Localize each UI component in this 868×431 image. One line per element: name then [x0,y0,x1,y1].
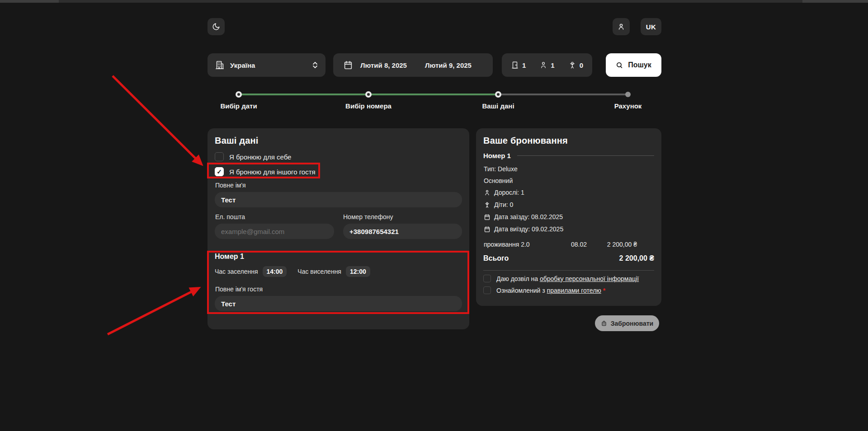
adult-icon [539,61,547,69]
stepper-step-invoice[interactable]: Рахунок [614,102,642,110]
door-icon [511,61,519,69]
child-icon [568,61,576,69]
book-button-label: Забронювати [611,320,653,327]
summary-checkin-row: Дата заїзду: 08.02.2025 [484,213,563,220]
summary-room-type: Тип: Deluxe [484,165,518,173]
children-counter[interactable]: 0 [568,61,583,69]
guest-name-input[interactable] [215,296,462,311]
rooms-counter[interactable]: 1 [511,61,526,69]
hotel-rules-link[interactable]: правилами готелю [547,287,601,294]
total-price: 2 200,00 ₴ [619,254,654,262]
checkbox-label: Я бронюю для себе [229,153,291,161]
line-item-date: 08.02 [571,241,587,248]
summary-room-header: Номер 1 [483,152,654,159]
consent-rules-checkbox[interactable]: Ознайомлений з правилами готелю * [483,286,605,294]
phone-label: Номер телефону [343,213,393,220]
location-select-value: Україна [230,61,255,69]
checkbox-box-checked[interactable]: ✓ [215,167,224,176]
theme-toggle-button[interactable] [208,18,225,35]
checkbox-booking-for-self[interactable]: Я бронюю для себе [215,152,291,161]
email-label: Ел. пошта [215,213,245,220]
annotation-arrow-to-checkbox [113,76,196,159]
date-start[interactable]: Лютий 8, 2025 [360,61,407,69]
search-button-label: Пошук [628,61,651,69]
summary-line-item: проживання 2.0 08.02 2 200,00 ₴ [484,241,654,248]
moon-icon [212,23,220,31]
summary-children: Діти: 0 [494,201,513,208]
checkbox-box[interactable] [483,275,491,282]
guest-form-panel: Ваші дані Я бронюю для себе ✓ Я бронюю д… [208,128,469,329]
chevron-updown-icon [312,61,318,69]
location-select[interactable]: Україна [208,53,326,77]
header-rule [517,155,654,156]
search-icon [616,61,623,69]
line-item-price: 2 200,00 ₴ [607,241,637,248]
stepper-dot-1[interactable] [236,91,242,98]
annotation-arrow-to-room-section [108,291,192,334]
checkbox-box[interactable] [483,286,491,294]
checkbox-box[interactable] [215,152,224,161]
stepper-dot-4[interactable] [625,92,631,97]
account-button[interactable] [613,18,630,35]
email-input[interactable] [215,224,334,239]
checkin-time-badge: 14:00 [263,266,287,277]
room-section-title: Номер 1 [215,253,244,261]
required-asterisk: * [603,287,605,294]
stepper-dot-2[interactable] [365,91,372,98]
booking-stepper: Вибір дати Вибір номера Ваші дані Рахуно… [208,89,661,111]
adults-counter[interactable]: 1 [539,61,554,69]
building-icon [215,60,225,70]
search-button[interactable]: Пошук [606,53,661,77]
room-times-row: Час заселення 14:00 Час виселення 12:00 [215,266,370,277]
line-item-name: проживання 2.0 [484,241,530,248]
calendar-icon [484,226,491,233]
children-count: 0 [580,61,583,69]
window-top-strip [0,0,868,3]
checkbox-booking-for-other[interactable]: ✓ Я бронюю для іншого гостя [215,167,316,176]
date-end[interactable]: Лютий 9, 2025 [425,61,472,69]
stepper-step-room[interactable]: Вибір номера [345,102,392,110]
stepper-segment-done [368,94,498,95]
summary-checkin-date: Дата заїзду: 08.02.2025 [494,213,563,220]
phone-input[interactable] [343,224,462,239]
guest-form-title: Ваші дані [215,136,259,146]
summary-children-row: Діти: 0 [484,201,513,208]
booking-page: UK Україна Лютий 8, 2025 Лютий 9, 2025 1… [0,0,868,431]
summary-rate-plan: Основний [484,177,513,184]
user-icon [617,23,625,31]
consent-rules-label: Ознайомлений з правилами готелю * [496,287,605,294]
rooms-count: 1 [522,61,526,69]
checkout-time-label: Час виселення [297,268,341,275]
language-button[interactable]: UK [641,18,661,35]
guest-name-label: Повне ім'я гостя [215,286,263,293]
summary-adults-row: Дорослі: 1 [484,189,524,196]
adults-count: 1 [551,61,554,69]
summary-room-title: Номер 1 [483,152,511,159]
adult-icon [484,189,491,196]
occupancy-selector[interactable]: 1 1 0 [502,53,592,77]
consent-privacy-checkbox[interactable]: Даю дозвіл на обробку персональної інфор… [483,275,639,282]
summary-adults: Дорослі: 1 [494,189,524,196]
stepper-segment-done [239,94,368,95]
stepper-dot-3[interactable] [495,91,501,98]
checkbox-label: Я бронюю для іншого гостя [229,168,316,176]
checkin-time-label: Час заселення [215,268,258,275]
stepper-step-details[interactable]: Ваші дані [482,102,514,110]
book-button[interactable]: Забронювати [595,315,659,331]
summary-checkout-row: Дата виїзду: 09.02.2025 [484,225,563,233]
summary-total-row: Всього 2 200,00 ₴ [483,254,654,262]
date-range-picker[interactable]: Лютий 8, 2025 Лютий 9, 2025 [333,53,493,77]
calendar-icon [343,60,353,70]
child-icon [484,201,491,208]
full-name-label: Повне ім'я [215,182,246,189]
summary-checkout-date: Дата виїзду: 09.02.2025 [494,225,563,233]
total-label: Всього [483,254,509,262]
booking-summary-title: Ваше бронювання [483,136,568,146]
stepper-segment-upcoming [498,94,628,95]
summary-divider [483,270,654,271]
consent-privacy-label: Даю дозвіл на обробку персональної інфор… [496,275,639,282]
booking-summary-panel: Ваше бронювання Номер 1 Тип: Deluxe Осно… [476,128,661,306]
full-name-input[interactable] [215,192,462,207]
stepper-step-dates[interactable]: Вибір дати [220,102,257,110]
privacy-policy-link[interactable]: обробку персональної інформації [540,275,639,282]
